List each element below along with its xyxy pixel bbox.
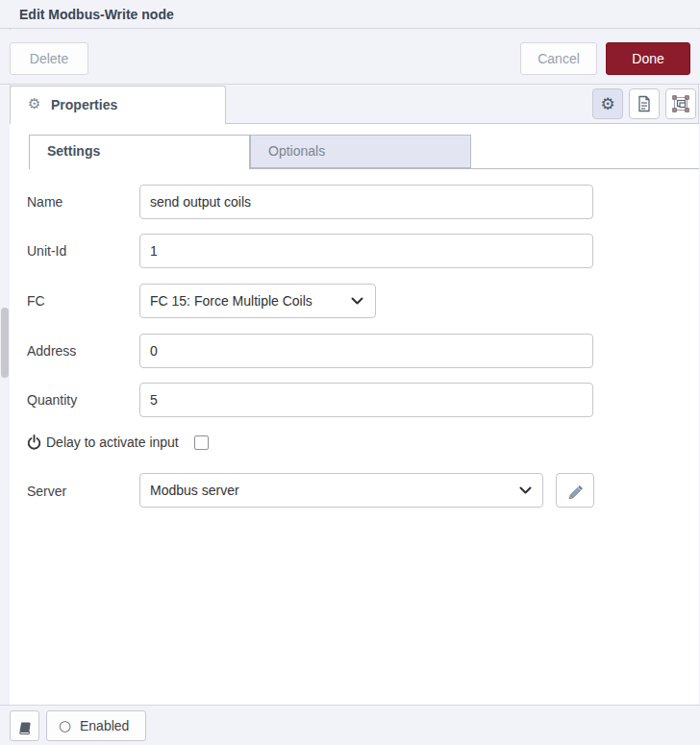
tab-settings-label: Settings: [47, 136, 100, 167]
delete-button[interactable]: Delete: [10, 42, 88, 75]
quantity-label: Quantity: [27, 392, 77, 408]
tab-optionals[interactable]: Optionals: [250, 135, 471, 168]
tab-properties[interactable]: ⚙ Properties: [10, 86, 226, 124]
edit-server-button[interactable]: [556, 473, 594, 508]
name-label: Name: [27, 194, 62, 210]
address-input[interactable]: [139, 334, 593, 368]
power-icon: [27, 435, 41, 450]
quantity-input[interactable]: [139, 383, 593, 417]
fc-label: FC: [27, 293, 45, 309]
tab-properties-icon-button[interactable]: ⚙: [592, 88, 623, 119]
document-icon: [636, 95, 653, 112]
name-input[interactable]: [139, 185, 593, 219]
done-button[interactable]: Done: [606, 42, 690, 75]
gear-icon: ⚙: [28, 95, 40, 112]
server-label: Server: [27, 484, 66, 499]
dialog-header: Edit Modbus-Write node: [0, 0, 700, 29]
fc-select[interactable]: FC 15: Force Multiple Coils: [139, 284, 376, 318]
appearance-frame-icon: [672, 95, 689, 112]
tab-optionals-label: Optionals: [268, 136, 325, 167]
unit-id-label: Unit-Id: [27, 243, 66, 259]
dialog-toolbar: Delete Cancel Done: [0, 30, 700, 85]
scrollbar-thumb[interactable]: [1, 308, 9, 378]
status-circle-icon: ○: [59, 711, 71, 740]
tab-settings[interactable]: Settings: [29, 135, 250, 169]
dialog-title: Edit Modbus-Write node: [19, 0, 174, 29]
enabled-label: Enabled: [80, 711, 129, 740]
cancel-button[interactable]: Cancel: [520, 42, 597, 75]
gear-icon: ⚙: [600, 94, 614, 113]
edit-node-dialog: Edit Modbus-Write node Delete Cancel Don…: [0, 0, 700, 745]
delay-checkbox[interactable]: [194, 435, 209, 450]
dialog-footer: ○ Enabled: [0, 705, 700, 745]
book-icon: [17, 721, 33, 735]
unit-id-input[interactable]: [139, 234, 593, 268]
tab-properties-label: Properties: [51, 87, 117, 124]
enabled-toggle-button[interactable]: ○ Enabled: [46, 710, 146, 741]
delay-label: Delay to activate input: [46, 435, 179, 450]
address-label: Address: [27, 343, 76, 359]
tab-description-icon-button[interactable]: [629, 88, 660, 119]
pencil-icon: [567, 484, 584, 501]
tab-appearance-icon-button[interactable]: [665, 88, 696, 119]
server-select[interactable]: Modbus server: [139, 473, 543, 508]
node-help-button[interactable]: [10, 710, 39, 741]
